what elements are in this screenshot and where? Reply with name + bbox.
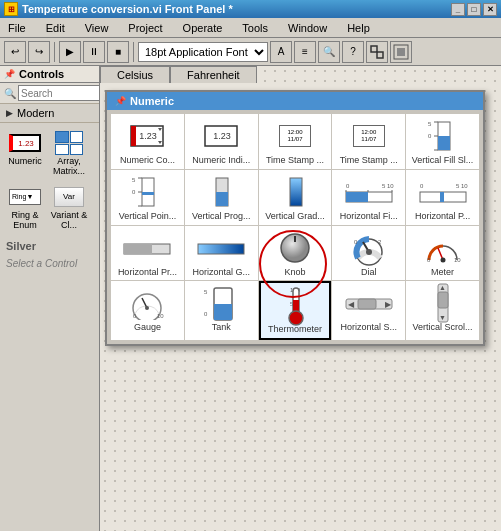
palette-item-label: Vertical Prog... (192, 211, 251, 222)
title-bar: ⊞ Temperature conversion.vi Front Panel … (0, 0, 501, 18)
palette-item-thermometer[interactable]: 100 50 Thermometer (259, 281, 332, 340)
palette-item-timestamp-control[interactable]: 12:0011/07 Time Stamp ... (259, 114, 332, 169)
svg-text:2: 2 (378, 239, 382, 245)
palette-item-vpoint-slider[interactable]: 5 0 Vertical Poin... (111, 170, 184, 225)
pin-icon: 📌 (4, 69, 15, 79)
vpoint-slider-icon: 5 0 (122, 173, 172, 211)
palette-item-vfill-slider[interactable]: 5 0 Vertical Fill Sl... (406, 114, 479, 169)
search-icon: 🔍 (4, 88, 16, 99)
controls-panel: 📌 Controls 🔍 ▶ Modern 1.23 Numeric (0, 66, 100, 531)
search-input[interactable] (18, 85, 100, 101)
category-modern[interactable]: ▶ Modern (0, 104, 99, 123)
palette-item-hprogress[interactable]: Horizontal Pr... (111, 226, 184, 281)
palette-item-gauge[interactable]: 0 10 Gauge (111, 281, 184, 340)
palette-item-numeric-control[interactable]: 1.23 Numeric Co... (111, 114, 184, 169)
palette-item-label: Horizontal P... (415, 211, 470, 222)
palette-item-timestamp-indicator[interactable]: 12:0011/07 Time Stamp ... (332, 114, 405, 169)
menu-help[interactable]: Help (343, 20, 374, 36)
menu-operate[interactable]: Operate (179, 20, 227, 36)
palette-item-label: Time Stamp ... (340, 155, 398, 166)
list-item[interactable]: 1.23 Numeric (4, 127, 46, 179)
palette-pin-icon: 📌 (115, 96, 126, 106)
list-item[interactable]: Ring▼ Ring & Enum (4, 181, 46, 233)
palette-item-tank[interactable]: 5 0 Tank (185, 281, 258, 340)
svg-rect-31 (346, 192, 368, 202)
svg-rect-68 (358, 299, 376, 309)
svg-text:1.23: 1.23 (213, 131, 231, 141)
modern-items-grid: 1.23 Numeric Array, Matrix... (0, 123, 99, 237)
menu-tools[interactable]: Tools (238, 20, 272, 36)
palette-item-label: Horizontal Pr... (118, 267, 177, 278)
svg-text:10: 10 (157, 313, 164, 319)
menu-edit[interactable]: Edit (42, 20, 69, 36)
svg-text:5 10: 5 10 (456, 183, 468, 189)
tank-icon: 5 0 (196, 284, 246, 322)
palette-item-hfill-slider[interactable]: 0 5 10 Horizontal Fi... (332, 170, 405, 225)
svg-text:5 10: 5 10 (382, 183, 394, 189)
numeric-palette-title: Numeric (130, 95, 174, 107)
toolbar-sep-1 (54, 42, 55, 62)
palette-item-dial[interactable]: 0 2 Dial (332, 226, 405, 281)
toolbar-align-btn[interactable]: ≡ (294, 41, 316, 63)
svg-text:10: 10 (454, 257, 461, 263)
menu-project[interactable]: Project (124, 20, 166, 36)
minimize-button[interactable]: _ (451, 3, 465, 16)
silver-label: Silver (0, 237, 99, 255)
svg-rect-3 (397, 48, 405, 56)
menu-file[interactable]: File (4, 20, 30, 36)
toolbar-stop-btn[interactable]: ■ (107, 41, 129, 63)
font-selector[interactable]: 18pt Application Font (138, 42, 268, 62)
palette-item-label: Horizontal G... (192, 267, 250, 278)
menu-view[interactable]: View (81, 20, 113, 36)
palette-item-hscroll[interactable]: ◀ ▶ Horizontal S... (332, 281, 405, 340)
svg-rect-61 (214, 304, 232, 320)
toolbar-pause-btn[interactable]: ⏸ (83, 41, 105, 63)
palette-item-vscroll[interactable]: ▲ ▼ Vertical Scrol... (406, 281, 479, 340)
item-label: Ring & Enum (6, 211, 44, 231)
svg-rect-26 (216, 192, 228, 206)
close-button[interactable]: ✕ (483, 3, 497, 16)
svg-rect-14 (438, 136, 450, 150)
toolbar-run-btn[interactable]: ▶ (59, 41, 81, 63)
list-item[interactable]: Array, Matrix... (48, 127, 90, 179)
palette-item-label: Gauge (134, 322, 161, 333)
toolbar-search-btn[interactable]: 🔍 (318, 41, 340, 63)
svg-rect-72 (438, 292, 448, 308)
menu-window[interactable]: Window (284, 20, 331, 36)
main-area: 📌 Controls 🔍 ▶ Modern 1.23 Numeric (0, 66, 501, 531)
palette-item-vgradient[interactable]: Vertical Grad... (259, 170, 332, 225)
gauge-icon: 0 10 (122, 284, 172, 322)
list-item[interactable]: Var Variant & Cl... (48, 181, 90, 233)
dial-icon: 0 2 (344, 229, 394, 267)
numeric-palette-header: 📌 Numeric (107, 92, 483, 110)
numeric-icon: 1.23 (7, 129, 43, 157)
maximize-button[interactable]: □ (467, 3, 481, 16)
toolbar-font-size-btn[interactable]: A (270, 41, 292, 63)
toolbar-extra2[interactable] (390, 41, 412, 63)
toolbar-help-btn[interactable]: ? (342, 41, 364, 63)
toolbar-extra1[interactable] (366, 41, 388, 63)
palette-item-hgradient[interactable]: Horizontal G... (185, 226, 258, 281)
window-title: Temperature conversion.vi Front Panel * (22, 3, 447, 15)
window-controls[interactable]: _ □ ✕ (451, 3, 497, 16)
svg-text:0: 0 (132, 189, 136, 195)
palette-item-meter[interactable]: 0 10 Meter (406, 226, 479, 281)
svg-text:0: 0 (204, 311, 208, 317)
svg-text:◀: ◀ (348, 300, 355, 309)
palette-item-vprogress[interactable]: Vertical Prog... (185, 170, 258, 225)
svg-text:0: 0 (346, 183, 350, 189)
palette-item-knob[interactable]: Knob (259, 226, 332, 281)
item-label: Array, Matrix... (50, 157, 88, 177)
canvas-area[interactable]: Celsius Fahrenheit 📌 Numeric 1.23 (100, 66, 501, 531)
svg-rect-27 (290, 178, 302, 206)
toolbar-back-btn[interactable]: ↩ (4, 41, 26, 63)
palette-item-hpoint-slider[interactable]: 0 5 10 Horizontal P... (406, 170, 479, 225)
toolbar-forward-btn[interactable]: ↪ (28, 41, 50, 63)
tab-fahrenheit[interactable]: Fahrenheit (170, 66, 257, 83)
tab-celsius[interactable]: Celsius (100, 66, 170, 83)
hscroll-icon: ◀ ▶ (344, 284, 394, 322)
knob-icon (270, 229, 320, 267)
toolbar-sep-2 (133, 42, 134, 62)
palette-item-label: Knob (284, 267, 305, 278)
palette-item-numeric-indicator[interactable]: 1.23 Numeric Indi... (185, 114, 258, 169)
